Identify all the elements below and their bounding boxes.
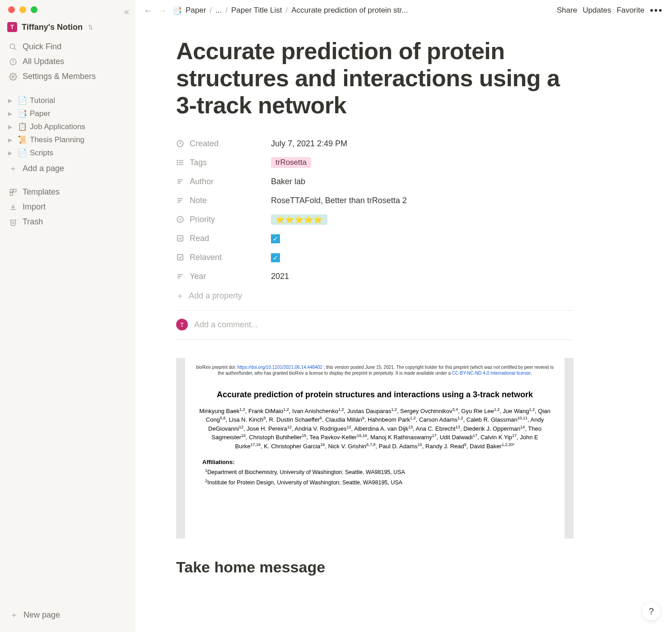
- sidebar-item-tutorial[interactable]: ▶ 📄 Tutorial: [4, 94, 132, 107]
- page-tree: ▶ 📄 Tutorial ▶ 📑 Paper ▶ 📋 Job Applicati…: [0, 93, 135, 177]
- property-value[interactable]: 2021: [271, 272, 289, 281]
- new-page-button[interactable]: ＋ New page: [5, 607, 131, 623]
- sidebar-item-job-applications[interactable]: ▶ 📋 Job Applications: [4, 120, 132, 133]
- quick-find-label: Quick Find: [23, 42, 61, 51]
- maximize-window-icon[interactable]: [31, 6, 37, 13]
- all-updates-button[interactable]: All Updates: [4, 54, 132, 69]
- templates-label: Templates: [23, 187, 60, 197]
- share-button[interactable]: Share: [557, 6, 577, 15]
- breadcrumb-separator: /: [285, 6, 288, 15]
- pdf-title: Accurate prediction of protein structure…: [194, 390, 555, 400]
- sidebar-item-thesis-planning[interactable]: ▶ 📜 Thesis Planning: [4, 133, 132, 146]
- property-author[interactable]: Author Baker lab: [176, 172, 574, 191]
- nav-forward-icon[interactable]: →: [158, 5, 167, 16]
- close-window-icon[interactable]: [8, 6, 15, 13]
- property-value[interactable]: RoseTTAFold, Better than trRosetta 2: [271, 196, 407, 205]
- pdf-page: bioRxiv preprint doi: https://doi.org/10…: [185, 358, 565, 539]
- property-value[interactable]: Baker lab: [271, 177, 305, 186]
- property-value[interactable]: ⭐⭐⭐⭐⭐: [271, 214, 327, 225]
- breadcrumb-item[interactable]: ...: [215, 6, 222, 15]
- pdf-affiliation: 2Institute for Protein Design, Universit…: [205, 479, 555, 486]
- help-button[interactable]: ?: [642, 602, 660, 620]
- chevron-right-icon[interactable]: ▶: [8, 98, 14, 104]
- page-icon: 📜: [17, 135, 27, 144]
- property-value[interactable]: ✓: [271, 253, 280, 262]
- sidebar: « T Tiffany's Notion ⇅ Quick Find All Up…: [0, 0, 135, 632]
- property-tags[interactable]: Tags trRosetta: [176, 153, 574, 172]
- property-created[interactable]: Created July 7, 2021 2:49 PM: [176, 134, 574, 153]
- trash-button[interactable]: Trash: [4, 214, 132, 229]
- sidebar-item-paper[interactable]: ▶ 📑 Paper: [4, 107, 132, 120]
- workspace-switcher[interactable]: T Tiffany's Notion ⇅: [0, 19, 135, 38]
- settings-button[interactable]: Settings & Members: [4, 69, 132, 84]
- property-value[interactable]: ✓: [271, 234, 280, 243]
- page-icon: 📋: [17, 122, 27, 131]
- breadcrumb-item-current[interactable]: Accurate prediction of protein str...: [291, 6, 408, 15]
- pdf-affiliation: 1Department of Biochemistry, University …: [205, 468, 555, 475]
- section-heading[interactable]: Take home message: [176, 558, 574, 576]
- breadcrumb-separator: /: [225, 6, 228, 15]
- favorite-button[interactable]: Favorite: [616, 6, 644, 15]
- page-icon: 📑: [17, 109, 27, 118]
- select-icon: [176, 215, 185, 223]
- updates-button[interactable]: Updates: [583, 6, 611, 15]
- pdf-authors: Minkyung Baek1,2, Frank DiMaio1,2, Ivan …: [194, 407, 555, 451]
- breadcrumb-item[interactable]: Paper: [186, 6, 206, 15]
- property-label: Note: [190, 196, 207, 205]
- more-icon[interactable]: •••: [650, 5, 663, 16]
- pdf-embed[interactable]: bioRxiv preprint doi: https://doi.org/10…: [176, 358, 574, 539]
- text-icon: [176, 196, 185, 204]
- property-list: Created July 7, 2021 2:49 PM Tags trRose…: [176, 134, 574, 308]
- page-label: Job Applications: [30, 122, 85, 131]
- svg-point-3: [12, 75, 14, 78]
- nav-back-icon[interactable]: ←: [144, 5, 153, 16]
- breadcrumb-separator: /: [210, 6, 212, 15]
- quick-find-button[interactable]: Quick Find: [4, 39, 132, 54]
- list-icon: [176, 158, 185, 167]
- property-label: Created: [190, 139, 219, 149]
- property-label: Relavent: [190, 253, 222, 262]
- divider: [176, 310, 574, 311]
- pdf-doi-link[interactable]: https://doi.org/10.1101/2021.06.14.44840…: [237, 365, 322, 370]
- comment-placeholder[interactable]: Add a comment...: [194, 320, 258, 330]
- property-read[interactable]: Read ✓: [176, 229, 574, 248]
- svg-rect-5: [14, 189, 16, 192]
- topbar: ← → 📑 Paper / ... / Paper Title List / A…: [135, 0, 672, 20]
- checkbox-checked[interactable]: ✓: [271, 253, 280, 262]
- breadcrumb-item[interactable]: Paper Title List: [231, 6, 282, 15]
- svg-point-13: [177, 164, 178, 165]
- import-button[interactable]: Import: [4, 200, 132, 214]
- priority-pill: ⭐⭐⭐⭐⭐: [271, 214, 327, 225]
- property-value[interactable]: July 7, 2021 2:49 PM: [271, 139, 347, 149]
- page-title[interactable]: Accurate prediction of protein structure…: [176, 38, 574, 119]
- chevron-right-icon[interactable]: ▶: [8, 124, 14, 130]
- checkbox-checked[interactable]: ✓: [271, 234, 280, 243]
- collapse-sidebar-icon[interactable]: «: [124, 6, 129, 17]
- add-page-button[interactable]: ＋ Add a page: [4, 160, 132, 177]
- property-value[interactable]: trRosetta: [271, 157, 311, 168]
- add-property-button[interactable]: ＋ Add a property: [176, 286, 574, 308]
- templates-icon: [8, 188, 18, 196]
- property-label: Year: [190, 272, 206, 281]
- chevron-right-icon[interactable]: ▶: [8, 150, 14, 156]
- page-icon: 📄: [17, 96, 27, 105]
- minimize-window-icon[interactable]: [19, 6, 26, 13]
- svg-rect-6: [10, 192, 13, 195]
- new-page-label: New page: [23, 610, 60, 620]
- property-relevant[interactable]: Relavent ✓: [176, 248, 574, 267]
- trash-label: Trash: [23, 217, 43, 227]
- text-icon: [176, 272, 185, 280]
- tag-pill: trRosetta: [271, 157, 311, 168]
- chevron-right-icon[interactable]: ▶: [8, 111, 14, 117]
- property-year[interactable]: Year 2021: [176, 267, 574, 286]
- pdf-license-link[interactable]: CC-BY-NC-ND 4.0 International license: [452, 371, 531, 376]
- chevron-right-icon[interactable]: ▶: [8, 137, 14, 143]
- property-note[interactable]: Note RoseTTAFold, Better than trRosetta …: [176, 191, 574, 210]
- comment-input-row[interactable]: T Add a comment...: [176, 319, 574, 340]
- add-page-label: Add a page: [23, 164, 64, 173]
- svg-rect-4: [10, 189, 13, 192]
- checkbox-icon: [176, 234, 185, 242]
- sidebar-item-scripts[interactable]: ▶ 📄 Scripts: [4, 146, 132, 159]
- property-priority[interactable]: Priority ⭐⭐⭐⭐⭐: [176, 210, 574, 229]
- templates-button[interactable]: Templates: [4, 185, 132, 200]
